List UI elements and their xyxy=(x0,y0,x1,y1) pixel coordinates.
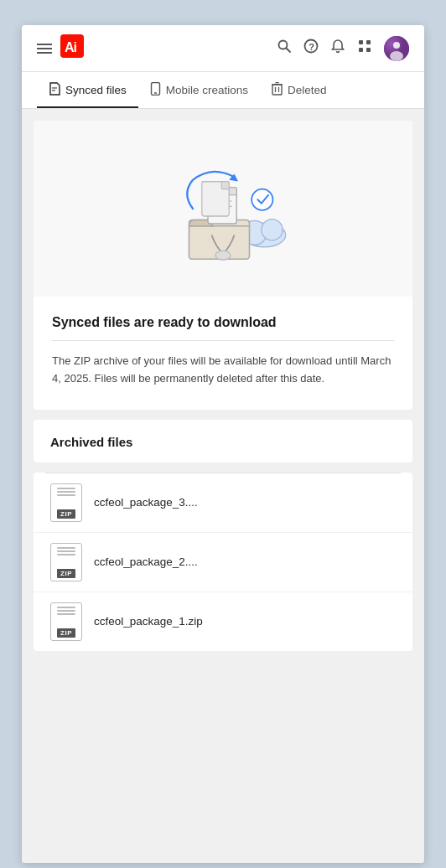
tab-synced-files[interactable]: Synced files xyxy=(37,72,138,108)
file-item[interactable]: ZIP ccfeol_package_3.... xyxy=(34,473,412,533)
svg-point-12 xyxy=(390,51,403,61)
svg-text:?: ? xyxy=(309,42,314,52)
svg-text:Ai: Ai xyxy=(65,40,77,54)
bell-icon[interactable] xyxy=(330,39,345,58)
svg-point-35 xyxy=(252,189,272,210)
search-icon[interactable] xyxy=(277,39,292,58)
adobe-logo: Ai xyxy=(60,34,84,63)
trash-tab-icon xyxy=(272,82,283,98)
svg-point-33 xyxy=(215,251,231,260)
svg-rect-8 xyxy=(359,48,363,52)
archived-files-card: Archived files xyxy=(34,420,412,462)
svg-rect-6 xyxy=(359,40,363,44)
archived-files-title: Archived files xyxy=(50,435,396,449)
svg-point-24 xyxy=(262,220,283,240)
header-right: ? xyxy=(277,36,409,61)
header: Ai ? xyxy=(22,25,424,72)
main-window: Ai ? xyxy=(22,25,424,863)
tabs-bar: Synced files Mobile creations xyxy=(22,72,424,109)
header-left: Ai xyxy=(37,34,84,63)
svg-rect-27 xyxy=(229,188,236,195)
svg-point-11 xyxy=(393,42,400,49)
zip-icon-1: ZIP xyxy=(50,483,82,522)
info-card: Synced files are ready to download The Z… xyxy=(34,121,412,410)
zip-icon-3: ZIP xyxy=(50,602,82,641)
info-title: Synced files are ready to download xyxy=(52,315,394,330)
svg-rect-32 xyxy=(221,182,229,189)
file-name-1: ccfeol_package_3.... xyxy=(94,496,198,509)
tab-mobile-creations[interactable]: Mobile creations xyxy=(138,72,260,108)
adobe-logo-svg: Ai xyxy=(60,34,84,58)
grid-icon[interactable] xyxy=(357,39,372,58)
svg-rect-17 xyxy=(272,85,282,95)
svg-rect-9 xyxy=(366,48,371,52)
zip-icon-2: ZIP xyxy=(50,543,82,581)
tab-deleted[interactable]: Deleted xyxy=(260,72,339,108)
synced-files-tab-icon xyxy=(49,82,60,98)
avatar[interactable] xyxy=(384,36,409,61)
file-item[interactable]: ZIP ccfeol_package_2.... xyxy=(34,533,412,592)
svg-rect-7 xyxy=(366,40,371,44)
hamburger-icon[interactable] xyxy=(37,44,52,54)
info-divider xyxy=(52,340,394,341)
illustration-area xyxy=(34,121,412,297)
info-text-area: Synced files are ready to download The Z… xyxy=(34,297,412,410)
svg-line-3 xyxy=(287,49,291,53)
help-icon[interactable]: ? xyxy=(303,39,319,58)
info-description: The ZIP archive of your files will be av… xyxy=(52,353,394,388)
tab-synced-files-label: Synced files xyxy=(65,84,127,96)
content-area: Synced files are ready to download The Z… xyxy=(22,109,424,863)
tab-mobile-creations-label: Mobile creations xyxy=(166,84,248,96)
file-name-2: ccfeol_package_2.... xyxy=(94,555,198,568)
mobile-tab-icon xyxy=(150,82,161,98)
tab-deleted-label: Deleted xyxy=(288,84,327,96)
sync-illustration xyxy=(148,146,298,271)
file-item[interactable]: ZIP ccfeol_package_1.zip xyxy=(34,592,412,651)
file-list: ZIP ccfeol_package_3.... ZIP ccfeol_pack… xyxy=(34,473,412,651)
file-name-3: ccfeol_package_1.zip xyxy=(94,615,203,628)
